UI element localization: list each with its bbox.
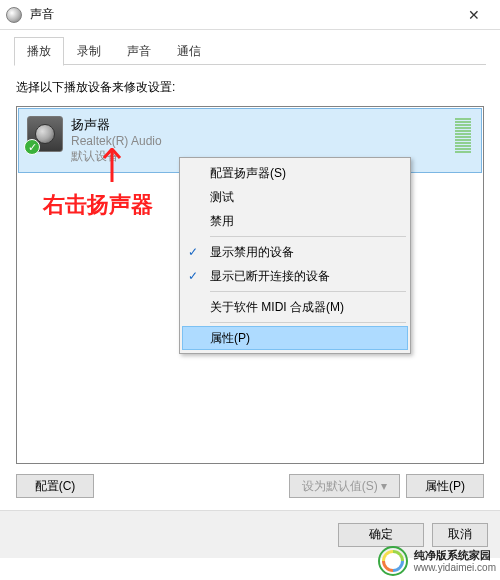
menu-separator: [210, 322, 406, 323]
menu-separator: [210, 236, 406, 237]
level-meter: [453, 118, 473, 154]
tab-strip: 播放 录制 声音 通信: [0, 30, 500, 65]
titlebar: 声音 ✕: [0, 0, 500, 30]
set-default-button[interactable]: 设为默认值(S) ▾: [289, 474, 400, 498]
speaker-icon: ✓: [27, 116, 63, 152]
tab-content: 选择以下播放设备来修改设置: ✓ 扬声器 Realtek(R) Audio 默认…: [0, 65, 500, 498]
menu-label: 显示已断开连接的设备: [210, 268, 330, 285]
device-buttons-row: 配置(C) 设为默认值(S) ▾ 属性(P): [16, 474, 484, 498]
annotation-callout: 右击扬声器: [43, 190, 153, 220]
menu-configure-speakers[interactable]: 配置扬声器(S): [182, 161, 408, 185]
configure-button[interactable]: 配置(C): [16, 474, 94, 498]
close-button[interactable]: ✕: [454, 7, 494, 23]
device-vendor: Realtek(R) Audio: [71, 134, 447, 148]
window-title: 声音: [30, 6, 454, 23]
default-check-icon: ✓: [24, 139, 40, 155]
tab-playback[interactable]: 播放: [14, 37, 64, 66]
device-name: 扬声器: [71, 116, 447, 134]
instruction-text: 选择以下播放设备来修改设置:: [16, 79, 484, 96]
annotation-label: 右击扬声器: [43, 192, 153, 217]
watermark: 纯净版系统家园 www.yidaimei.com: [378, 546, 496, 576]
check-icon: ✓: [188, 245, 198, 259]
menu-separator: [210, 291, 406, 292]
device-list[interactable]: ✓ 扬声器 Realtek(R) Audio 默认设备 右击扬声器 配置扬声器(…: [16, 106, 484, 464]
menu-disable[interactable]: 禁用: [182, 209, 408, 233]
watermark-logo-icon: [378, 546, 408, 576]
context-menu: 配置扬声器(S) 测试 禁用 ✓ 显示禁用的设备 ✓ 显示已断开连接的设备 关于…: [179, 157, 411, 354]
ok-button[interactable]: 确定: [338, 523, 424, 547]
menu-label: 显示禁用的设备: [210, 244, 294, 261]
tab-recording[interactable]: 录制: [64, 37, 114, 65]
sound-icon: [6, 7, 22, 23]
menu-about-midi[interactable]: 关于软件 MIDI 合成器(M): [182, 295, 408, 319]
menu-test[interactable]: 测试: [182, 185, 408, 209]
check-icon: ✓: [188, 269, 198, 283]
cancel-button[interactable]: 取消: [432, 523, 488, 547]
watermark-url: www.yidaimei.com: [414, 562, 496, 573]
menu-properties[interactable]: 属性(P): [182, 326, 408, 350]
tab-communications[interactable]: 通信: [164, 37, 214, 65]
watermark-name: 纯净版系统家园: [414, 549, 496, 561]
properties-button[interactable]: 属性(P): [406, 474, 484, 498]
tab-sounds[interactable]: 声音: [114, 37, 164, 65]
menu-show-disabled[interactable]: ✓ 显示禁用的设备: [182, 240, 408, 264]
menu-show-disconnected[interactable]: ✓ 显示已断开连接的设备: [182, 264, 408, 288]
